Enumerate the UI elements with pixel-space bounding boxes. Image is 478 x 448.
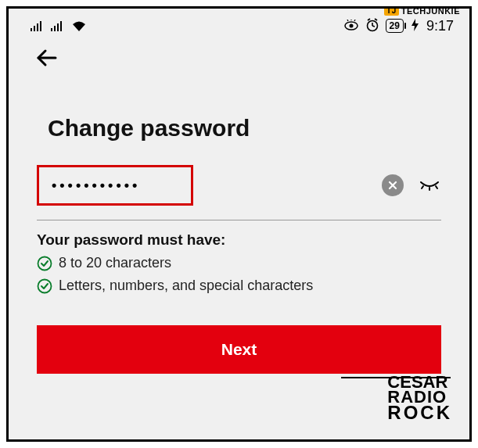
requirement-item: Letters, numbers, and special characters	[37, 278, 441, 294]
eye-closed-icon	[419, 179, 440, 192]
back-button[interactable]	[35, 48, 59, 71]
svg-rect-0	[31, 28, 32, 31]
eye-status-icon	[343, 20, 359, 33]
next-button[interactable]: Next	[37, 325, 441, 374]
watermark-bottom: CESAR RADIO ROCK	[387, 375, 452, 421]
page-title: Change password	[48, 115, 441, 142]
svg-point-9	[349, 23, 353, 27]
svg-point-24	[38, 256, 52, 270]
password-masked-value: •••••••••••	[52, 177, 140, 194]
clear-button[interactable]	[382, 174, 404, 196]
svg-rect-2	[37, 23, 38, 31]
svg-rect-5	[54, 26, 56, 31]
watermark-top-text: TECHJUNKIE	[401, 6, 460, 16]
wifi-icon	[71, 20, 87, 32]
watermark-line3: ROCK	[387, 405, 452, 421]
battery-indicator: 29	[386, 19, 404, 33]
requirement-item: 8 to 20 characters	[37, 255, 441, 271]
clock-time: 9:17	[426, 18, 454, 34]
requirement-text: 8 to 20 characters	[59, 255, 171, 271]
signal-icon-2	[51, 20, 63, 31]
svg-line-10	[347, 20, 348, 21]
svg-line-21	[422, 186, 423, 188]
requirements-heading: Your password must have:	[37, 231, 441, 249]
svg-point-25	[38, 279, 52, 292]
svg-rect-7	[60, 21, 62, 31]
svg-line-23	[436, 186, 437, 188]
password-input[interactable]: •••••••••••	[37, 165, 193, 206]
check-circle-icon	[37, 278, 52, 294]
charging-icon	[412, 19, 419, 34]
alarm-icon	[365, 18, 379, 34]
svg-rect-3	[40, 21, 41, 31]
toggle-visibility-button[interactable]	[418, 177, 441, 193]
close-icon	[387, 180, 398, 191]
watermark-top: TJ TECHJUNKIE	[384, 6, 460, 16]
watermark-badge: TJ	[384, 6, 399, 16]
svg-line-15	[372, 26, 375, 27]
signal-icon	[31, 20, 43, 31]
svg-line-17	[375, 19, 377, 20]
svg-rect-6	[57, 23, 59, 31]
battery-level: 29	[390, 20, 400, 31]
svg-rect-4	[51, 28, 52, 31]
svg-line-12	[354, 20, 355, 21]
svg-rect-1	[34, 26, 35, 31]
divider	[37, 220, 441, 220]
check-circle-icon	[37, 256, 52, 271]
svg-line-16	[368, 19, 370, 20]
requirement-text: Letters, numbers, and special characters	[59, 278, 313, 294]
